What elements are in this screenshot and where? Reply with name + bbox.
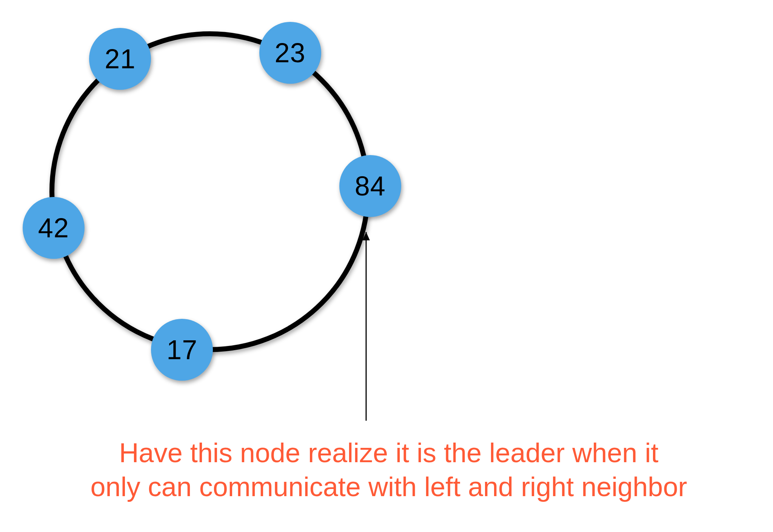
diagram-stage: 2123844217 Have this node realize it is … [0, 0, 773, 532]
caption-line-1: Have this node realize it is the leader … [119, 438, 659, 468]
caption-line-2: only can communicate with left and right… [91, 472, 687, 502]
node-84: 84 [339, 155, 401, 217]
node-42: 42 [23, 197, 85, 259]
node-23-label: 23 [274, 37, 305, 68]
svg-marker-1 [362, 232, 370, 240]
node-42-label: 42 [38, 212, 69, 243]
pointer-arrow [357, 223, 375, 430]
node-84-label: 84 [355, 171, 386, 201]
caption-text: Have this node realize it is the leader … [53, 436, 725, 504]
node-17-label: 17 [166, 334, 197, 365]
node-17: 17 [151, 319, 213, 381]
node-23: 23 [259, 22, 321, 84]
node-21: 21 [89, 28, 151, 90]
node-21-label: 21 [105, 43, 136, 74]
